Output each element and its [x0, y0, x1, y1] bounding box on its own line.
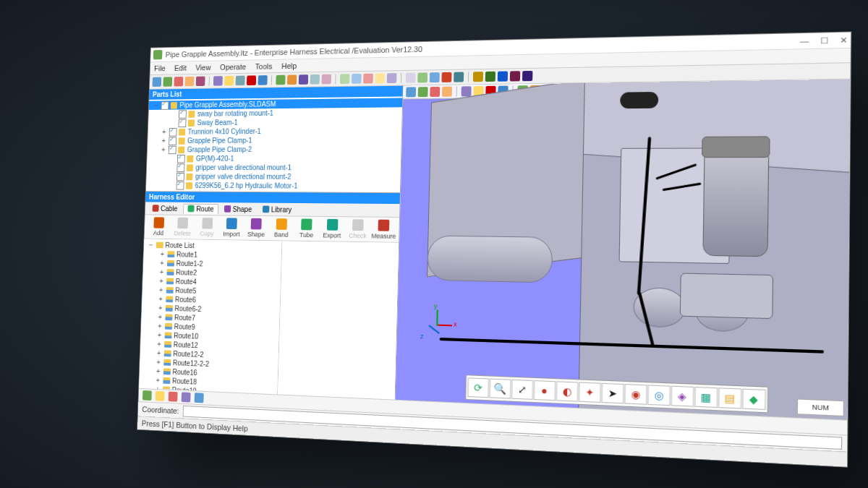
- view-tool-icon[interactable]: [418, 87, 428, 97]
- checkbox-icon[interactable]: [169, 145, 176, 153]
- viewport-tool-button[interactable]: ◆: [742, 389, 766, 410]
- toolbar-icon[interactable]: [310, 74, 320, 85]
- viewport-tool-button[interactable]: ⟳: [467, 377, 489, 398]
- band-icon: [276, 218, 286, 230]
- cmd-measure[interactable]: Measure: [371, 218, 396, 241]
- checkbox-icon[interactable]: [176, 181, 184, 189]
- view-tool-icon[interactable]: [461, 86, 472, 96]
- checkbox-icon[interactable]: [169, 137, 176, 145]
- lower-tool-icon[interactable]: [156, 391, 165, 401]
- cmd-shape[interactable]: Shape: [244, 217, 269, 239]
- toolbar-icon[interactable]: [454, 72, 464, 82]
- checkbox-icon[interactable]: [176, 163, 184, 171]
- toolbar-icon[interactable]: [174, 77, 183, 86]
- lower-tool-icon[interactable]: [142, 390, 152, 401]
- toolbar-icon[interactable]: [258, 75, 268, 85]
- toolbar-icon[interactable]: [485, 72, 495, 82]
- close-button[interactable]: ✕: [840, 35, 847, 45]
- cmd-import[interactable]: Import: [219, 216, 243, 239]
- part-row[interactable]: GP(M)-420-1: [147, 154, 401, 163]
- tab-route[interactable]: Route: [183, 203, 218, 214]
- viewport-tool-button[interactable]: ◎: [647, 385, 671, 406]
- cmd-export[interactable]: Export: [320, 218, 344, 241]
- tab-library[interactable]: Library: [258, 204, 297, 215]
- toolbar-icon[interactable]: [522, 71, 532, 81]
- menu-file[interactable]: File: [154, 64, 166, 73]
- tab-shape[interactable]: Shape: [219, 204, 257, 215]
- lower-tool-icon[interactable]: [195, 393, 204, 403]
- viewport-tool-button[interactable]: ◐: [556, 381, 578, 401]
- cmd-band[interactable]: Band: [269, 217, 294, 240]
- toolbar-icon[interactable]: [276, 75, 285, 85]
- canvas-3d[interactable]: x y z ⟳🔍⤢●◐✦➤◉◎◈▦▤◆ NUM: [396, 93, 851, 420]
- viewport-tool-button[interactable]: ➤: [601, 383, 624, 404]
- toolbar-icon[interactable]: [185, 77, 195, 86]
- cmd-label: Copy: [200, 230, 213, 237]
- minimize-button[interactable]: —: [800, 36, 809, 46]
- viewport-tool-button[interactable]: ▦: [694, 387, 718, 408]
- viewport-tool-button[interactable]: ◈: [671, 386, 694, 407]
- lower-tool-icon[interactable]: [169, 392, 178, 402]
- route-label: Route12: [174, 341, 198, 349]
- toolbar-icon[interactable]: [196, 77, 205, 86]
- viewport-tool-button[interactable]: ⤢: [511, 380, 533, 400]
- toolbar-icon[interactable]: [510, 71, 520, 81]
- toolbar-icon[interactable]: [236, 76, 245, 86]
- viewport-tool-button[interactable]: 🔍: [489, 379, 511, 399]
- part-row[interactable]: gripper valve directional mount-1: [147, 163, 401, 172]
- menu-view[interactable]: View: [195, 63, 211, 72]
- lower-tool-icon[interactable]: [182, 392, 191, 402]
- route-icon: [164, 341, 171, 348]
- checkbox-icon[interactable]: [176, 172, 184, 180]
- toolbar-icon[interactable]: [224, 76, 234, 86]
- toolbar-icon[interactable]: [430, 72, 440, 82]
- view-tool-icon[interactable]: [442, 87, 452, 97]
- cmd-add[interactable]: Add: [147, 215, 170, 238]
- part-row[interactable]: 6299K56_6.2 hp Hydraulic Motor-1: [146, 181, 400, 191]
- viewport-3d[interactable]: x y z ⟳🔍⤢●◐✦➤◉◎◈▦▤◆ NUM: [396, 80, 851, 420]
- view-tool-icon[interactable]: [406, 87, 416, 97]
- toolbar-icon[interactable]: [299, 74, 308, 85]
- menu-tools[interactable]: Tools: [255, 62, 273, 71]
- route-label: Route7: [174, 314, 195, 322]
- part-icon: [186, 173, 192, 180]
- tab-cable[interactable]: Cable: [148, 203, 182, 214]
- checkbox-icon[interactable]: [178, 119, 186, 127]
- toolbar-icon[interactable]: [287, 74, 297, 85]
- menu-operate[interactable]: Operate: [220, 62, 246, 71]
- toolbar-icon[interactable]: [406, 73, 416, 83]
- toolbar-icon[interactable]: [340, 74, 350, 84]
- cmd-tube[interactable]: Tube: [294, 217, 319, 240]
- toolbar-icon[interactable]: [163, 77, 172, 86]
- toolbar-icon[interactable]: [417, 72, 427, 82]
- toolbar-icon[interactable]: [352, 74, 362, 84]
- view-tool-icon[interactable]: [430, 87, 440, 97]
- part-row[interactable]: +Grapple Pipe Clamp-1: [148, 135, 401, 145]
- checkbox-icon[interactable]: [177, 155, 185, 163]
- app-icon: [153, 50, 163, 59]
- route-tree[interactable]: −Route List+Route1+Route1-2+Route2+Route…: [139, 239, 283, 395]
- menu-edit[interactable]: Edit: [174, 64, 187, 72]
- viewport-tool-button[interactable]: ✦: [578, 382, 600, 403]
- toolbar-icon[interactable]: [387, 73, 397, 83]
- maximize-button[interactable]: ☐: [820, 35, 828, 46]
- toolbar-icon[interactable]: [247, 75, 256, 85]
- viewport-tool-button[interactable]: ●: [533, 380, 555, 401]
- menu-help[interactable]: Help: [281, 61, 297, 70]
- toolbar-icon[interactable]: [363, 74, 373, 84]
- toolbar-icon[interactable]: [375, 73, 385, 83]
- route-icon: [165, 314, 172, 320]
- viewport-tool-button[interactable]: ◉: [624, 384, 647, 405]
- toolbar-icon[interactable]: [213, 76, 223, 86]
- part-row[interactable]: +Grapple Pipe Clamp-2: [148, 145, 401, 154]
- checkbox-icon[interactable]: [169, 128, 177, 136]
- toolbar-icon[interactable]: [498, 71, 508, 81]
- toolbar-icon[interactable]: [473, 72, 483, 82]
- toolbar-icon[interactable]: [321, 74, 331, 85]
- checkbox-icon[interactable]: [161, 101, 169, 109]
- viewport-tool-button[interactable]: ▤: [718, 388, 741, 408]
- toolbar-icon[interactable]: [441, 72, 451, 82]
- route-icon: [166, 287, 174, 294]
- toolbar-icon[interactable]: [152, 77, 161, 87]
- checkbox-icon[interactable]: [179, 110, 187, 118]
